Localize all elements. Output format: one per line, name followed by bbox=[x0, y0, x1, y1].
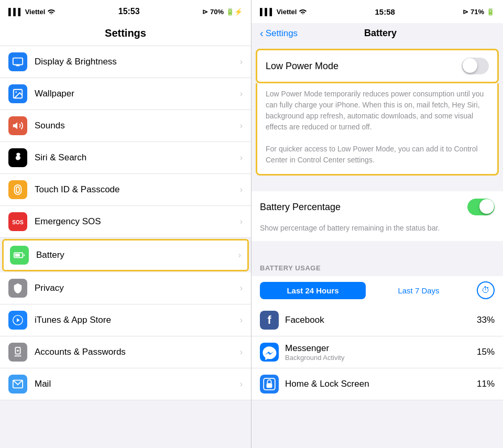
low-power-mode-label: Low Power Mode bbox=[266, 61, 462, 72]
usage-icon-homelockscreen bbox=[260, 375, 279, 394]
icon-privacy bbox=[8, 279, 27, 298]
settings-item-sos[interactable]: SOS Emergency SOS › bbox=[0, 206, 251, 238]
left-panel: ▌▌▌ Viettel 15:53 ⊳ 70% 🔋⚡ Settings Disp… bbox=[0, 0, 252, 448]
item-label-battery: Battery bbox=[36, 250, 238, 260]
settings-item-privacy[interactable]: Privacy › bbox=[0, 272, 251, 304]
item-label-accounts: Accounts & Passwords bbox=[35, 347, 240, 357]
left-battery-pct: 70% bbox=[210, 8, 224, 16]
usage-info-facebook: Facebook bbox=[285, 315, 477, 325]
item-label-itunes: iTunes & App Store bbox=[35, 315, 240, 325]
settings-item-siri[interactable]: Siri & Search › bbox=[0, 142, 251, 174]
settings-item-itunes[interactable]: iTunes & App Store › bbox=[0, 304, 251, 336]
right-carrier-label: Viettel bbox=[277, 8, 297, 16]
usage-info-messenger: Messenger Background Activity bbox=[285, 343, 477, 362]
right-battery-pct: 71% bbox=[471, 8, 484, 16]
item-label-sos: Emergency SOS bbox=[35, 216, 240, 227]
icon-battery bbox=[10, 246, 29, 265]
item-label-wallpaper: Wallpaper bbox=[35, 89, 240, 99]
usage-icon-facebook: f bbox=[260, 311, 279, 330]
settings-item-wallpaper[interactable]: Wallpaper › bbox=[0, 78, 251, 110]
svg-point-13 bbox=[17, 349, 19, 352]
icon-display bbox=[8, 52, 27, 71]
svg-rect-8 bbox=[24, 254, 25, 256]
left-time: 15:53 bbox=[118, 7, 140, 16]
left-page-title: Settings bbox=[0, 23, 251, 46]
chevron-icon-sounds: › bbox=[240, 121, 243, 130]
usage-name-facebook: Facebook bbox=[285, 315, 477, 325]
icon-itunes bbox=[8, 311, 27, 330]
right-battery-area: ⊳ 71% 🔋 bbox=[463, 8, 495, 16]
svg-rect-9 bbox=[15, 254, 20, 257]
usage-sub-messenger: Background Activity bbox=[285, 354, 477, 362]
icon-mail bbox=[8, 375, 27, 394]
svg-text:SOS: SOS bbox=[12, 220, 24, 225]
svg-rect-0 bbox=[13, 58, 23, 65]
usage-pct-homelockscreen: 11% bbox=[477, 379, 495, 389]
right-time: 15:58 bbox=[375, 7, 395, 16]
chevron-icon-wallpaper: › bbox=[240, 89, 243, 99]
usage-name-homelockscreen: Home & Lock Screen bbox=[285, 379, 477, 389]
usage-pct-messenger: 15% bbox=[477, 347, 495, 357]
time-filter-icon[interactable]: ⏱ bbox=[477, 281, 495, 299]
usage-pct-facebook: 33% bbox=[477, 315, 495, 325]
usage-item-facebook[interactable]: f Facebook 33% bbox=[252, 304, 503, 336]
left-carrier-label: Viettel bbox=[25, 8, 46, 16]
svg-marker-5 bbox=[13, 123, 17, 129]
left-status-bar: ▌▌▌ Viettel 15:53 ⊳ 70% 🔋⚡ bbox=[0, 0, 251, 23]
low-power-mode-desc: Low Power Mode temporarily reduces power… bbox=[256, 83, 499, 176]
chevron-icon-sos: › bbox=[240, 217, 243, 226]
back-label: Settings bbox=[266, 28, 298, 39]
chevron-icon-privacy: › bbox=[240, 283, 243, 293]
right-battery-icon: 🔋 bbox=[486, 8, 495, 16]
svg-point-4 bbox=[15, 91, 17, 93]
right-signal-icon: ▌▌▌ bbox=[260, 8, 275, 16]
last-24-hours-button[interactable]: Last 24 Hours bbox=[260, 282, 366, 299]
item-label-privacy: Privacy bbox=[35, 283, 240, 293]
right-carrier-wifi: ▌▌▌ Viettel bbox=[260, 8, 307, 16]
battery-percentage-row[interactable]: Battery Percentage bbox=[252, 191, 503, 223]
section-divider-1 bbox=[252, 176, 503, 191]
item-label-siri: Siri & Search bbox=[35, 152, 240, 163]
back-button[interactable]: ‹ Settings bbox=[260, 27, 298, 39]
left-battery-area: ⊳ 70% 🔋⚡ bbox=[202, 8, 243, 16]
settings-item-sounds[interactable]: Sounds › bbox=[0, 110, 251, 142]
usage-icon-messenger bbox=[260, 343, 279, 362]
chevron-icon-touchid: › bbox=[240, 185, 243, 194]
icon-sounds bbox=[8, 116, 27, 135]
usage-item-homelockscreen[interactable]: Home & Lock Screen 11% bbox=[252, 368, 503, 400]
right-page-title: Battery bbox=[298, 28, 463, 39]
chevron-icon-mail: › bbox=[240, 379, 243, 389]
last-7-days-button[interactable]: Last 7 Days bbox=[366, 282, 472, 299]
right-wifi-icon bbox=[299, 8, 307, 16]
left-signal-icon: ▌▌▌ bbox=[8, 8, 23, 16]
battery-percentage-toggle[interactable] bbox=[467, 199, 495, 215]
settings-item-touchid[interactable]: Touch ID & Passcode › bbox=[0, 174, 251, 206]
settings-item-display[interactable]: Display & Brightness › bbox=[0, 46, 251, 78]
chevron-icon-siri: › bbox=[240, 153, 243, 162]
usage-info-homelockscreen: Home & Lock Screen bbox=[285, 379, 477, 389]
item-label-sounds: Sounds bbox=[35, 121, 240, 131]
low-power-mode-toggle[interactable] bbox=[462, 58, 489, 74]
battery-percentage-label: Battery Percentage bbox=[260, 202, 467, 213]
settings-item-mail[interactable]: Mail › bbox=[0, 368, 251, 400]
right-status-bar: ▌▌▌ Viettel 15:58 ⊳ 71% 🔋 bbox=[252, 0, 503, 23]
low-power-mode-row[interactable]: Low Power Mode bbox=[256, 49, 499, 83]
right-panel: ▌▌▌ Viettel 15:58 ⊳ 71% 🔋 ‹ Settings Bat… bbox=[252, 0, 503, 448]
settings-list: Display & Brightness › Wallpaper › Sound… bbox=[0, 46, 251, 448]
chevron-icon-itunes: › bbox=[240, 315, 243, 325]
usage-list: f Facebook 33% Messenger Background Acti… bbox=[252, 304, 503, 400]
left-location-icon: ⊳ bbox=[202, 8, 208, 16]
section-divider-2 bbox=[252, 241, 503, 257]
usage-item-messenger[interactable]: Messenger Background Activity 15% bbox=[252, 336, 503, 368]
chevron-icon-accounts: › bbox=[240, 347, 243, 357]
svg-marker-11 bbox=[17, 318, 20, 322]
icon-wallpaper bbox=[8, 84, 27, 103]
left-carrier-wifi: ▌▌▌ Viettel bbox=[8, 8, 56, 16]
item-label-touchid: Touch ID & Passcode bbox=[35, 184, 240, 195]
settings-item-accounts[interactable]: Accounts & Passwords › bbox=[0, 336, 251, 368]
usage-name-messenger: Messenger bbox=[285, 343, 477, 354]
battery-usage-header: BATTERY USAGE bbox=[252, 257, 503, 276]
icon-accounts bbox=[8, 343, 27, 362]
icon-siri bbox=[8, 148, 27, 167]
settings-item-battery[interactable]: Battery › bbox=[2, 239, 249, 271]
